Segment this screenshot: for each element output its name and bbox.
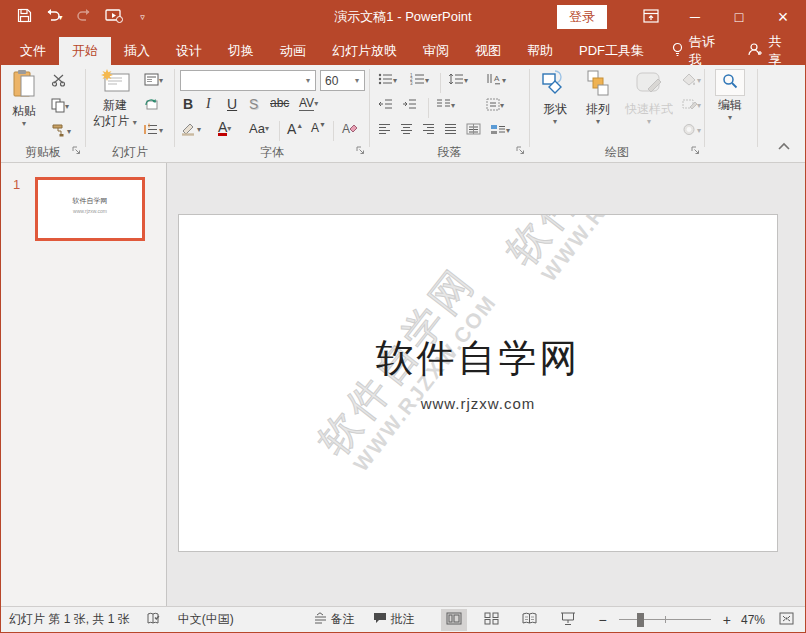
tab-file[interactable]: 文件 [7, 37, 59, 65]
align-text-dropdown-icon[interactable]: ▾ [500, 102, 504, 110]
line-spacing-dropdown-icon[interactable]: ▾ [464, 77, 468, 85]
arrange-button[interactable]: 排列 ▾ [577, 69, 619, 126]
section-dropdown-icon[interactable]: ▾ [159, 127, 163, 135]
zoom-in-button[interactable]: + [719, 612, 735, 628]
paragraph-dialog-launcher[interactable] [516, 144, 525, 158]
section-button[interactable]: ▾ [144, 123, 163, 139]
font-dialog-launcher[interactable] [356, 144, 365, 158]
tab-help[interactable]: 帮助 [514, 37, 566, 65]
editing-button[interactable]: 编辑 ▾ [709, 69, 751, 122]
underline-button[interactable]: U [227, 96, 237, 112]
zoom-slider[interactable] [619, 609, 711, 631]
align-left-button[interactable] [378, 123, 391, 138]
columns-button[interactable]: ▾ [436, 98, 455, 113]
increase-font-size-button[interactable]: A▲ [287, 121, 303, 137]
line-spacing-button[interactable]: ▾ [448, 73, 468, 88]
normal-view-button[interactable] [441, 609, 467, 631]
zoom-out-button[interactable]: − [595, 612, 611, 628]
shapes-dropdown-icon[interactable]: ▾ [553, 118, 557, 126]
italic-button[interactable]: I [206, 96, 211, 112]
bullets-dropdown-icon[interactable]: ▾ [393, 77, 397, 85]
distribute-columns-button[interactable] [466, 123, 481, 138]
format-painter-button[interactable]: ▾ [51, 123, 71, 140]
justify-button[interactable] [444, 123, 457, 138]
text-direction-dropdown-icon[interactable]: ▾ [502, 77, 506, 85]
copy-button[interactable]: ▾ [51, 98, 69, 116]
shapes-button[interactable]: 形状 ▾ [534, 69, 576, 126]
tab-slideshow[interactable]: 幻灯片放映 [319, 37, 410, 65]
tab-review[interactable]: 审阅 [410, 37, 462, 65]
slide-title[interactable]: 软件自学网 [179, 333, 777, 384]
shape-fill-button[interactable]: ▾ [682, 73, 701, 89]
font-name-combobox[interactable]: ▾ [180, 70, 316, 91]
undo-dropdown-icon[interactable]: ▾ [58, 13, 62, 22]
comments-button[interactable]: 批注 [373, 611, 415, 628]
font-size-combobox[interactable]: 60 ▾ [320, 70, 365, 91]
minimize-button[interactable]: ─ [673, 1, 717, 33]
tab-transitions[interactable]: 切换 [215, 37, 267, 65]
arrange-dropdown-icon[interactable]: ▾ [596, 118, 600, 126]
zoom-percentage[interactable]: 47% [735, 613, 773, 627]
save-button[interactable] [11, 5, 37, 29]
tab-home[interactable]: 开始 [59, 37, 111, 65]
slide-thumbnail[interactable]: 软件自学网 www.rjzxw.com [35, 177, 145, 241]
copy-dropdown-icon[interactable]: ▾ [65, 103, 69, 111]
change-case-button[interactable]: Aa▾ [249, 121, 269, 136]
columns-dropdown-icon[interactable]: ▾ [451, 102, 455, 110]
paste-button[interactable]: 粘贴 ▾ [3, 69, 45, 128]
reset-slide-button[interactable] [144, 98, 159, 115]
slide-layout-button[interactable]: ▾ [144, 73, 163, 89]
slideshow-view-button[interactable] [555, 609, 581, 631]
slide-canvas[interactable]: 软件自学网 WWW.RJZXW.COM 软件自学网 WWW.RJZXW.COM … [178, 214, 778, 552]
font-name-dropdown-icon[interactable]: ▾ [301, 76, 315, 85]
align-text-button[interactable]: ▾ [486, 98, 504, 114]
fit-to-window-button[interactable] [773, 609, 799, 631]
text-direction-button[interactable]: A ▾ [486, 73, 506, 88]
tab-design[interactable]: 设计 [163, 37, 215, 65]
slide-subtitle[interactable]: www.rjzxw.com [179, 395, 777, 412]
close-button[interactable]: × [761, 1, 805, 33]
reading-view-button[interactable] [517, 609, 543, 631]
font-color-button[interactable]: A ▾ [218, 121, 231, 136]
ribbon-display-options-button[interactable] [629, 1, 673, 33]
new-slide-dropdown-icon[interactable]: ▾ [133, 118, 137, 127]
numbering-dropdown-icon[interactable]: ▾ [425, 77, 429, 85]
smartart-dropdown-icon[interactable]: ▾ [506, 127, 510, 135]
shape-fill-dropdown-icon[interactable]: ▾ [697, 77, 701, 85]
change-case-dropdown-icon[interactable]: ▾ [265, 125, 269, 133]
decrease-font-size-button[interactable]: A▼ [311, 121, 326, 135]
redo-button[interactable] [71, 5, 97, 29]
character-spacing-dropdown-icon[interactable]: ▾ [314, 100, 318, 108]
quick-styles-button[interactable]: 快速样式 ▾ [620, 69, 678, 126]
notes-button[interactable]: 备注 [314, 611, 355, 628]
shape-effects-dropdown-icon[interactable]: ▾ [697, 127, 701, 135]
collapse-ribbon-button[interactable] [777, 140, 791, 154]
start-slideshow-button[interactable] [101, 5, 127, 29]
tab-insert[interactable]: 插入 [111, 37, 163, 65]
clipboard-dialog-launcher[interactable] [72, 144, 81, 158]
shape-effects-button[interactable]: ▾ [682, 123, 701, 139]
align-right-button[interactable] [422, 123, 435, 138]
paste-dropdown-icon[interactable]: ▾ [22, 120, 26, 128]
text-highlight-button[interactable]: ▾ [180, 121, 201, 139]
font-size-dropdown-icon[interactable]: ▾ [350, 76, 364, 85]
share-button[interactable]: 共享 [747, 37, 789, 65]
tab-view[interactable]: 视图 [462, 37, 514, 65]
tell-me-button[interactable]: 告诉我 [671, 37, 721, 65]
customize-qat-button[interactable]: ▿ [131, 5, 157, 29]
zoom-slider-thumb[interactable] [637, 613, 644, 627]
convert-to-smartart-button[interactable]: ▾ [490, 123, 510, 139]
decrease-indent-button[interactable] [378, 98, 393, 113]
text-shadow-button[interactable]: S [249, 96, 258, 112]
tab-pdf-tools[interactable]: PDF工具集 [566, 37, 657, 65]
language-indicator[interactable]: 中文(中国) [178, 611, 234, 628]
shape-outline-button[interactable]: ▾ [682, 98, 701, 114]
new-slide-button[interactable]: 新建 幻灯片 ▾ [90, 69, 140, 128]
slide-sorter-view-button[interactable] [479, 609, 505, 631]
text-highlight-dropdown-icon[interactable]: ▾ [197, 126, 201, 134]
numbering-button[interactable]: 123 ▾ [410, 73, 429, 88]
undo-button[interactable]: ▾ [41, 5, 67, 29]
spell-check-button[interactable] [146, 612, 162, 628]
shape-outline-dropdown-icon[interactable]: ▾ [697, 102, 701, 110]
font-color-dropdown-icon[interactable]: ▾ [227, 125, 231, 133]
